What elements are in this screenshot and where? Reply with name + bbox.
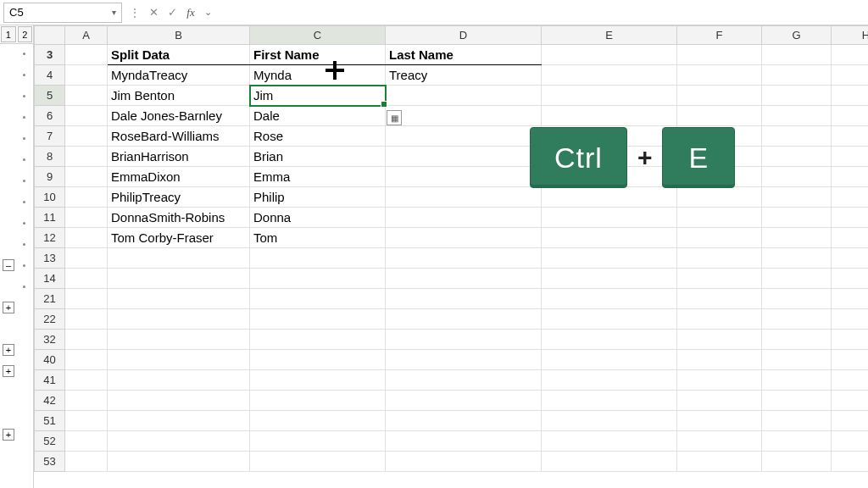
cell-C14[interactable] (250, 269, 386, 289)
cell-E13[interactable] (542, 248, 677, 269)
cell-D13[interactable] (386, 248, 542, 269)
select-all-corner[interactable] (35, 26, 65, 45)
cell-E52[interactable] (542, 431, 677, 452)
row-header[interactable]: 22 (35, 309, 65, 330)
cell-D52[interactable] (386, 431, 542, 452)
cell-C51[interactable] (250, 411, 386, 431)
cell-B11[interactable]: DonnaSmith-Robins (108, 208, 250, 228)
cell-D32[interactable] (386, 330, 542, 350)
row-header[interactable]: 9 (35, 167, 65, 187)
outline-expand-button[interactable]: + (3, 344, 14, 356)
cell-G10[interactable] (762, 187, 832, 208)
cell-A5[interactable] (65, 86, 108, 106)
cell-H13[interactable] (832, 248, 869, 269)
cell-B22[interactable] (108, 309, 250, 330)
cell-B42[interactable] (108, 391, 250, 411)
cell-F22[interactable] (677, 309, 762, 330)
cell-B40[interactable] (108, 350, 250, 370)
cell-H22[interactable] (832, 309, 869, 330)
cell-D9[interactable] (386, 167, 542, 187)
cell-B52[interactable] (108, 431, 250, 452)
cell-G4[interactable] (762, 65, 832, 86)
cell-F40[interactable] (677, 350, 762, 370)
cell-D4[interactable]: Treacy (386, 65, 542, 86)
cell-D42[interactable] (386, 391, 542, 411)
cell-F10[interactable] (677, 187, 762, 208)
cell-B6[interactable]: Dale Jones-Barnley (108, 106, 250, 126)
cell-G32[interactable] (762, 330, 832, 350)
cell-D22[interactable] (386, 309, 542, 330)
cell-B5[interactable]: Jim Benton (108, 86, 250, 106)
cell-F32[interactable] (677, 330, 762, 350)
cell-E11[interactable] (542, 208, 677, 228)
cell-H41[interactable] (832, 370, 869, 391)
cell-C41[interactable] (250, 370, 386, 391)
cell-D7[interactable] (386, 126, 542, 147)
cell-E32[interactable] (542, 330, 677, 350)
cell-H32[interactable] (832, 330, 869, 350)
cell-C4[interactable]: Mynda (250, 65, 386, 86)
cell-B41[interactable] (108, 370, 250, 391)
cell-F42[interactable] (677, 391, 762, 411)
cell-C40[interactable] (250, 350, 386, 370)
cell-D40[interactable] (386, 350, 542, 370)
column-header-G[interactable]: G (762, 26, 832, 45)
cell-H11[interactable] (832, 208, 869, 228)
cell-A4[interactable] (65, 65, 108, 86)
column-header-B[interactable]: B (108, 26, 250, 45)
cell-C8[interactable]: Brian (250, 147, 386, 167)
row-header[interactable]: 11 (35, 208, 65, 228)
cell-A9[interactable] (65, 167, 108, 187)
cell-G5[interactable] (762, 86, 832, 106)
cell-G51[interactable] (762, 411, 832, 431)
row-header[interactable]: 21 (35, 289, 65, 309)
row-header[interactable]: 42 (35, 391, 65, 411)
cell-H42[interactable] (832, 391, 869, 411)
cell-E53[interactable] (542, 452, 677, 472)
cell-A14[interactable] (65, 269, 108, 289)
cell-B9[interactable]: EmmaDixon (108, 167, 250, 187)
outline-expand-button[interactable]: + (3, 429, 14, 441)
cell-D21[interactable] (386, 289, 542, 309)
cell-C5[interactable]: Jim▦ (250, 86, 386, 106)
cell-D11[interactable] (386, 208, 542, 228)
cell-H12[interactable] (832, 228, 869, 248)
cell-G42[interactable] (762, 391, 832, 411)
cell-H14[interactable] (832, 269, 869, 289)
cell-C32[interactable] (250, 330, 386, 350)
name-box[interactable]: C5 ▾ (3, 3, 122, 23)
row-header[interactable]: 7 (35, 126, 65, 147)
cell-D10[interactable] (386, 187, 542, 208)
cell-D5[interactable] (386, 86, 542, 106)
cell-A51[interactable] (65, 411, 108, 431)
cell-H4[interactable] (832, 65, 869, 86)
cell-A10[interactable] (65, 187, 108, 208)
cell-G7[interactable] (762, 126, 832, 147)
cell-C21[interactable] (250, 289, 386, 309)
cell-E5[interactable] (542, 86, 677, 106)
cell-H10[interactable] (832, 187, 869, 208)
cell-G13[interactable] (762, 248, 832, 269)
row-header[interactable]: 14 (35, 269, 65, 289)
row-header[interactable]: 51 (35, 411, 65, 431)
cell-E41[interactable] (542, 370, 677, 391)
fx-icon[interactable]: fx (181, 3, 200, 23)
cell-F11[interactable] (677, 208, 762, 228)
cell-A21[interactable] (65, 289, 108, 309)
cell-A42[interactable] (65, 391, 108, 411)
cell-C22[interactable] (250, 309, 386, 330)
outline-collapse-button[interactable]: – (3, 259, 14, 271)
cell-E51[interactable] (542, 411, 677, 431)
row-header[interactable]: 41 (35, 370, 65, 391)
cell-B3[interactable]: Split Data (108, 45, 250, 65)
cell-A3[interactable] (65, 45, 108, 65)
cell-H40[interactable] (832, 350, 869, 370)
cell-B32[interactable] (108, 330, 250, 350)
cell-G14[interactable] (762, 269, 832, 289)
cell-C9[interactable]: Emma (250, 167, 386, 187)
cell-D6[interactable] (386, 106, 542, 126)
cell-B12[interactable]: Tom Corby-Fraser (108, 228, 250, 248)
row-header[interactable]: 3 (35, 45, 65, 65)
outline-expand-button[interactable]: + (3, 302, 14, 313)
cell-E12[interactable] (542, 228, 677, 248)
